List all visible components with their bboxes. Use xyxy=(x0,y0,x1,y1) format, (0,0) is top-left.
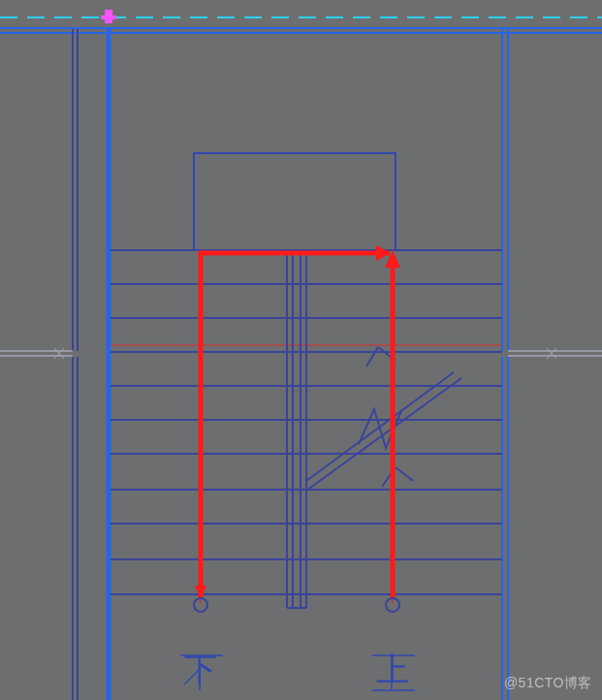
label-down: 下 xyxy=(184,652,217,687)
x-mark-right xyxy=(547,348,556,359)
x-mark-left xyxy=(54,348,64,359)
cad-viewport[interactable]: 下 上 xyxy=(0,0,602,700)
center-stringers xyxy=(287,250,306,608)
watermark: @51CTO博客 xyxy=(504,675,592,692)
svg-marker-22 xyxy=(376,245,391,261)
break-line xyxy=(306,372,461,491)
landing-rect xyxy=(194,153,396,250)
label-up: 上 xyxy=(376,652,409,687)
intersection-marker-h xyxy=(101,16,116,19)
break-arrow-chevrons xyxy=(366,347,413,487)
svg-line-21 xyxy=(306,378,461,491)
